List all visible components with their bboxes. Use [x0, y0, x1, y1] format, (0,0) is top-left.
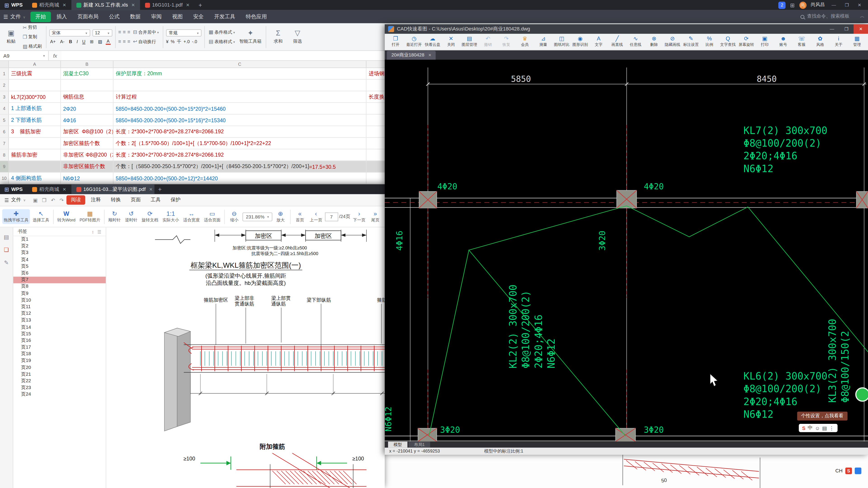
rotate-cw-button[interactable]: ↻顺时针	[107, 209, 122, 224]
pdf-to-image-button[interactable]: ▦PDF转图片	[78, 209, 102, 224]
cad-tool-button[interactable]: ↶ 撤销	[479, 36, 497, 47]
close-tab-icon[interactable]: ✕	[186, 2, 190, 7]
menu-icon[interactable]: ☰	[94, 229, 101, 234]
bookmark-item[interactable]: 页22	[13, 378, 106, 385]
sum-button[interactable]: Σ求和	[269, 28, 287, 45]
maximize-button[interactable]: ❐	[843, 2, 851, 7]
notification-badge[interactable]: 2	[778, 1, 786, 8]
row-header[interactable]: 4	[0, 103, 9, 114]
ime-bar-icon[interactable]: ▤	[822, 425, 827, 431]
column-header[interactable]: A	[9, 61, 61, 67]
cad-tool-button[interactable]: ◫ 图纸对比	[553, 36, 571, 47]
cell[interactable]: 1 上部通长筋	[9, 103, 61, 114]
percent-button[interactable]: %	[170, 39, 175, 44]
pdf-menu-item[interactable]: 工具	[146, 195, 165, 205]
cad-tool-button[interactable]: Q 文字查找	[719, 36, 737, 47]
cad-canvas[interactable]: 5850 8450 4Φ20 4Φ20 KL7(2) 300x700 Φ8@10…	[385, 60, 868, 442]
bold-button[interactable]: B	[68, 39, 73, 44]
ribbon-tab[interactable]: 数据	[125, 11, 146, 22]
row-header[interactable]: 5	[0, 115, 9, 126]
wps-logo[interactable]: ⊞WPS	[0, 2, 27, 8]
cell[interactable]: 钢筋信息	[61, 91, 114, 102]
row-header[interactable]: 10	[0, 173, 9, 184]
rotate-ccw-button[interactable]: ↺逆时针	[123, 209, 139, 224]
document-tab[interactable]: 稻壳商城 ✕	[27, 184, 71, 194]
currency-button[interactable]: ¥	[166, 39, 168, 44]
fit-width-button[interactable]: ↔适合宽度	[182, 209, 202, 224]
ribbon-tab[interactable]: 审阅	[146, 11, 166, 22]
cad-tool-button[interactable]: % 比例	[700, 36, 719, 47]
print-icon[interactable]: ❐	[40, 197, 48, 203]
minimize-button[interactable]: —	[825, 24, 839, 34]
close-button[interactable]: ✕	[855, 2, 864, 7]
space-tab[interactable]: 布局1	[408, 442, 430, 448]
cell[interactable]: 长度：2*300+2*700-8*20+28.274*8=2066.192	[114, 149, 366, 160]
underline-button[interactable]: U	[81, 39, 87, 44]
cad-tool-button[interactable]: ☏ 客服	[793, 36, 811, 47]
font-name-select[interactable]: 宋体▾	[49, 29, 90, 36]
bookmark-item[interactable]: 页2	[13, 243, 106, 250]
cell[interactable]: 箍筋非加密	[9, 149, 61, 160]
cut-button[interactable]: ✂剪切	[22, 24, 43, 31]
cell[interactable]: kL7(2)300*700	[9, 91, 61, 102]
cell[interactable]	[9, 161, 61, 172]
undo-icon[interactable]: ↶	[49, 197, 57, 203]
cad-tool-button[interactable]: ☁ 快看云盘	[423, 36, 442, 47]
to-word-button[interactable]: W转为Word	[56, 209, 77, 224]
select-all-corner[interactable]	[0, 61, 9, 67]
close-tab-icon[interactable]: ✕	[63, 2, 66, 7]
row-header[interactable]: 8	[0, 149, 9, 160]
bookmark-item[interactable]: 页24	[13, 391, 106, 398]
copy-button[interactable]: ❐复制	[22, 33, 43, 40]
bookmark-item[interactable]: 页9	[13, 290, 106, 297]
select-tool-button[interactable]: ↖选择工具	[31, 209, 51, 224]
bookmark-item[interactable]: 页4	[13, 256, 106, 263]
cad-tool-button[interactable]: ◷ 最近打开	[405, 36, 423, 47]
command-search[interactable]: 查找命令、搜索模板 ︿	[800, 13, 865, 20]
font-size-select[interactable]: 12▾	[92, 29, 112, 36]
cell[interactable]	[114, 80, 366, 91]
smart-toolbox-button[interactable]: ✦智能工具箱	[238, 28, 264, 45]
cad-tool-button[interactable]: ✿ 风格	[811, 36, 830, 47]
cell[interactable]: 加密区 Φ8@100（2）	[61, 126, 114, 137]
avatar[interactable]: 尚	[799, 1, 806, 8]
prev-page-button[interactable]: ‹上一页	[308, 209, 324, 224]
sogou-icon[interactable]: S	[845, 467, 852, 474]
italic-button[interactable]: I	[75, 39, 79, 44]
bookmark-item[interactable]: 页1	[13, 236, 106, 243]
bookmark-item[interactable]: 页12	[13, 311, 106, 317]
apps-grid-icon[interactable]: ⊞	[790, 2, 795, 8]
wps-logo[interactable]: ⊞WPS	[0, 186, 27, 192]
align-top-button[interactable]: ≡	[118, 39, 121, 44]
cell[interactable]: 5850+8450-200-200+(500-20+15*20)*2=15460	[114, 103, 366, 114]
user-name[interactable]: 尚风昌	[811, 2, 825, 8]
cad-tool-button[interactable]: i 关于	[829, 36, 848, 47]
ribbon-tab[interactable]: 特色应用	[241, 11, 272, 22]
cell[interactable]: 非加密区箍筋个数	[61, 161, 114, 172]
cell[interactable]	[61, 80, 114, 91]
rotate-doc-button[interactable]: ⟳旋转文档	[140, 209, 160, 224]
input-method-icon[interactable]	[855, 467, 861, 474]
bookmark-item[interactable]: 页15	[13, 331, 106, 337]
table-style-button[interactable]: ▤表格样式▾	[208, 38, 236, 45]
cell[interactable]: 加密区箍筋个数	[61, 138, 114, 149]
ribbon-tab[interactable]: 页面布局	[72, 11, 103, 22]
pdf-menu-item[interactable]: 转换	[106, 195, 125, 205]
cad-tool-button[interactable]: ✕ 关闭	[442, 36, 460, 47]
pdf-page[interactable]: 加密区 加密区 加密区:抗震等级为一级:≥2.0hb且≥500 抗震等级为二~四…	[106, 228, 385, 488]
thumbnails-icon[interactable]: ▤	[4, 234, 9, 240]
ribbon-tab[interactable]: 视图	[167, 11, 188, 22]
redo-icon[interactable]: ↷	[58, 197, 65, 203]
ime-bar-icon[interactable]: 中	[808, 424, 813, 431]
zoom-in-button[interactable]: ⊕放大	[273, 209, 288, 224]
cell[interactable]: 计算过程	[114, 91, 366, 102]
pdf-menu-item[interactable]: 页面	[126, 195, 145, 205]
annotations-icon[interactable]: ✎	[4, 260, 9, 266]
cell[interactable]: 保护层厚度：20mm	[114, 68, 366, 79]
close-tab-icon[interactable]: ✕	[131, 2, 135, 7]
borders-button[interactable]: ⊞	[89, 39, 95, 44]
thousand-separator-button[interactable]: 千	[177, 38, 181, 44]
bookmark-item[interactable]: 页11	[13, 304, 106, 311]
wrap-text-button[interactable]: ↩自动换行	[132, 38, 157, 45]
font-color-button[interactable]: A	[105, 38, 111, 44]
